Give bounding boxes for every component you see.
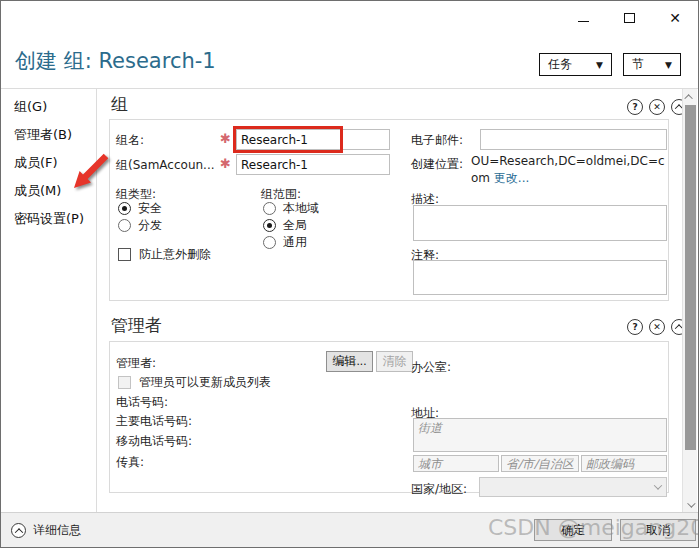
sections-dropdown-label: 节 xyxy=(632,56,644,73)
radio-global[interactable]: 全局 xyxy=(263,217,307,234)
scroll-down-button[interactable] xyxy=(683,497,697,512)
chevron-down-icon xyxy=(654,481,662,489)
maximize-button[interactable] xyxy=(606,1,652,35)
protect-deletion-label: 防止意外删除 xyxy=(139,246,211,263)
fax-label: 传真: xyxy=(116,454,144,471)
manager-update-members-label: 管理员可以更新成员列表 xyxy=(139,374,271,391)
sidebar-item-group[interactable]: 组(G) xyxy=(1,93,96,121)
radio-icon xyxy=(118,219,131,232)
close-icon: ✕ xyxy=(669,11,681,25)
country-label: 国家/地区: xyxy=(411,481,467,498)
radio-universal[interactable]: 通用 xyxy=(263,234,307,251)
radio-icon xyxy=(263,202,276,215)
tasks-dropdown-label: 任务 xyxy=(548,56,572,73)
required-icon: ✱ xyxy=(220,131,231,146)
create-group-dialog: ✕ 创建 组: Research-1 任务 ▼ 节 ▼ 组(G) 管理者(B) … xyxy=(0,0,699,548)
radio-security[interactable]: 安全 xyxy=(118,200,162,217)
manager-label: 管理者: xyxy=(116,355,156,372)
sidebar: 组(G) 管理者(B) 成员(F) 成员(M) 密码设置(P) xyxy=(1,89,97,512)
group-name-label: 组名: xyxy=(116,132,144,149)
street-input[interactable] xyxy=(413,418,667,452)
details-toggle[interactable]: 详细信息 xyxy=(11,522,81,539)
create-in-label: 创建位置: xyxy=(411,156,463,173)
chevron-down-icon xyxy=(687,499,695,507)
radio-icon xyxy=(263,236,276,249)
mobile-phone-label: 移动电话号码: xyxy=(116,433,192,450)
zip-input[interactable] xyxy=(581,455,667,472)
country-select[interactable] xyxy=(479,477,667,497)
main-phone-label: 主要电话号码: xyxy=(116,413,192,430)
protect-deletion-checkbox[interactable]: 防止意外删除 xyxy=(118,246,211,263)
window-controls: ✕ xyxy=(560,1,698,35)
manager-section-title: 管理者 xyxy=(111,314,162,337)
footer-bar: 详细信息 确定 取消 CSDN @meigang2012 xyxy=(1,512,698,547)
maximize-icon xyxy=(624,13,635,23)
help-icon[interactable]: ? xyxy=(627,99,643,115)
sam-account-label: 组(SamAccoun... xyxy=(116,157,215,174)
radio-domain-local[interactable]: 本地域 xyxy=(263,200,319,217)
radio-distribution-label: 分发 xyxy=(138,217,162,234)
checkbox-icon xyxy=(118,376,131,389)
required-icon: ✱ xyxy=(220,156,231,171)
create-in-value: OU=Research,DC=oldmei,DC=com 更改... xyxy=(471,153,671,187)
tasks-dropdown-button[interactable]: 任务 ▼ xyxy=(539,53,612,76)
clear-button[interactable]: 清除 xyxy=(376,351,413,372)
minimize-button[interactable] xyxy=(560,1,606,35)
office-label: 办公室: xyxy=(411,359,451,376)
radio-icon xyxy=(118,202,131,215)
description-input[interactable] xyxy=(413,205,667,241)
sidebar-item-member-of[interactable]: 成员(M) xyxy=(1,177,96,205)
collapse-details-icon xyxy=(11,523,26,538)
sidebar-item-manager[interactable]: 管理者(B) xyxy=(1,121,96,149)
manager-section-controls: ? ✕ xyxy=(627,319,687,335)
titlebar: ✕ xyxy=(1,1,698,35)
header-divider xyxy=(1,88,698,89)
sidebar-item-password-settings[interactable]: 密码设置(P) xyxy=(1,205,96,233)
close-section-icon[interactable]: ✕ xyxy=(649,319,665,335)
scroll-up-button[interactable] xyxy=(683,89,697,104)
page-title: 创建 组: Research-1 xyxy=(15,47,216,75)
details-label: 详细信息 xyxy=(33,522,81,539)
chevron-down-icon: ▼ xyxy=(596,60,603,70)
group-section-title: 组 xyxy=(111,93,128,116)
change-link[interactable]: 更改... xyxy=(494,171,529,185)
radio-icon xyxy=(263,219,276,232)
close-button[interactable]: ✕ xyxy=(652,1,698,35)
email-label: 电子邮件: xyxy=(411,132,463,149)
edit-button[interactable]: 编辑... xyxy=(326,351,373,372)
scrollbar-thumb[interactable] xyxy=(685,105,696,450)
sam-account-input[interactable] xyxy=(236,154,390,175)
close-section-icon[interactable]: ✕ xyxy=(649,99,665,115)
radio-distribution[interactable]: 分发 xyxy=(118,217,162,234)
notes-input[interactable] xyxy=(413,260,667,295)
sidebar-item-members[interactable]: 成员(F) xyxy=(1,149,96,177)
radio-security-label: 安全 xyxy=(138,200,162,217)
phone-label: 电话号码: xyxy=(116,394,168,411)
sections-dropdown-button[interactable]: 节 ▼ xyxy=(623,53,681,76)
chevron-up-icon xyxy=(684,94,692,102)
manager-update-members-checkbox[interactable]: 管理员可以更新成员列表 xyxy=(118,374,271,391)
state-input[interactable] xyxy=(501,455,579,472)
city-input[interactable] xyxy=(413,455,499,472)
checkbox-icon xyxy=(118,248,131,261)
help-icon[interactable]: ? xyxy=(627,319,643,335)
chevron-up-icon xyxy=(14,528,22,536)
group-section-controls: ? ✕ xyxy=(627,99,687,115)
radio-domain-local-label: 本地域 xyxy=(283,200,319,217)
minimize-icon xyxy=(578,21,589,22)
cancel-button[interactable]: 取消 xyxy=(620,519,696,541)
radio-universal-label: 通用 xyxy=(283,234,307,251)
group-name-input[interactable] xyxy=(236,129,390,150)
chevron-down-icon: ▼ xyxy=(665,60,672,70)
radio-global-label: 全局 xyxy=(283,217,307,234)
ok-button[interactable]: 确定 xyxy=(534,519,612,541)
scrollbar[interactable] xyxy=(682,89,697,512)
email-input[interactable] xyxy=(480,129,667,150)
